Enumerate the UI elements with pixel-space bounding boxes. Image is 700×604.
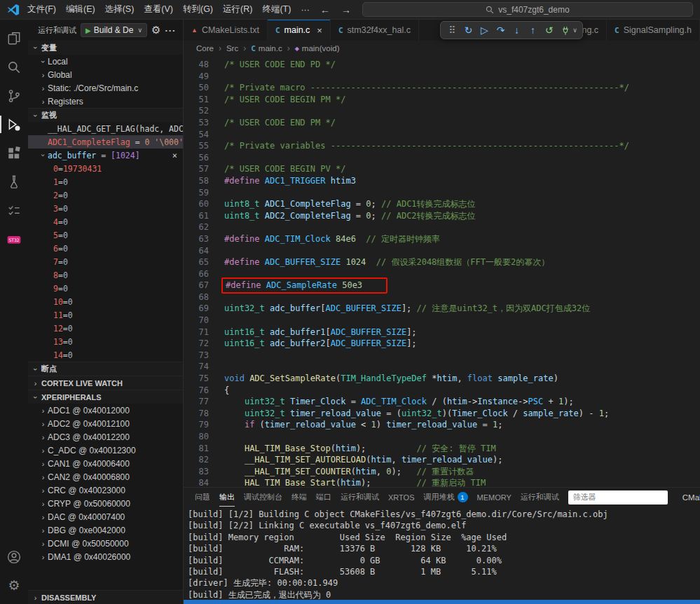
- watch-array-item-11[interactable]: 11 = 0: [28, 308, 183, 322]
- run-debug-icon[interactable]: [0, 110, 28, 139]
- peripheral-DCMI[interactable]: ›DCMI @ 0x50050000: [28, 537, 183, 550]
- variable-scope-Registers[interactable]: ›Registers: [28, 95, 183, 108]
- restart-icon[interactable]: ↺: [541, 22, 557, 39]
- more-actions-icon[interactable]: ···: [165, 25, 176, 36]
- close-tab-icon[interactable]: ×: [317, 25, 322, 36]
- watch-array-item-7[interactable]: 7 = 0: [28, 255, 183, 268]
- menu-item-0[interactable]: 文件(F): [22, 4, 61, 15]
- watch-array-item-12[interactable]: 12 = 0: [28, 322, 183, 335]
- watch-array-item-13[interactable]: 13 = 0: [28, 335, 183, 348]
- search-icon[interactable]: [0, 53, 28, 81]
- peripheral-C_ADC[interactable]: ›C_ADC @ 0x40012300: [28, 444, 183, 457]
- watch-item-2[interactable]: ›adc_buffer = [1024]×: [28, 149, 183, 162]
- panel-tab-输出-1[interactable]: 输出: [219, 488, 235, 507]
- panel-tab-调试控制台-2[interactable]: 调试控制台: [244, 488, 282, 507]
- step-over-icon[interactable]: ↷: [493, 22, 509, 39]
- menu-item-1[interactable]: 编辑(E): [61, 4, 100, 15]
- breadcrumb-item-Core[interactable]: Core: [196, 44, 214, 53]
- peripheral-DAC[interactable]: ›DAC @ 0x40007400: [28, 510, 183, 523]
- breadcrumb-item-main.c[interactable]: Cmain.c: [251, 44, 282, 53]
- peripheral-CRYP[interactable]: ›CRYP @ 0x50060000: [28, 497, 183, 510]
- disassembly-section-header[interactable]: › DISASSEMBLY: [28, 590, 183, 604]
- menu-item-6[interactable]: 终端(T): [257, 4, 296, 15]
- variable-scope-Local[interactable]: ›Local: [28, 55, 183, 68]
- stm32-icon[interactable]: ST32: [0, 225, 28, 254]
- tab-SignalSampling.h[interactable]: CSignalSampling.h: [607, 20, 700, 41]
- extensions-icon[interactable]: [0, 139, 28, 167]
- menu-item-2[interactable]: 选择(S): [100, 4, 139, 15]
- watch-section-header[interactable]: › 监视: [28, 108, 183, 122]
- menu-item-5[interactable]: 运行(R): [218, 4, 257, 15]
- peripheral-DBG[interactable]: ›DBG @ 0xe0042000: [28, 523, 183, 537]
- panel-tab-运行和调试-5[interactable]: 运行和调试: [341, 488, 379, 507]
- watch-array-item-10[interactable]: 10 = 0: [28, 295, 183, 308]
- menu-item-4[interactable]: 转到(G): [178, 4, 218, 15]
- peripheral-ADC2[interactable]: ›ADC2 @ 0x40012100: [28, 417, 183, 430]
- variable-scope-Global[interactable]: ›Global: [28, 68, 183, 81]
- tasks-icon[interactable]: [0, 196, 28, 225]
- peripheral-ADC3[interactable]: ›ADC3 @ 0x40012200: [28, 430, 183, 444]
- testing-icon[interactable]: [0, 167, 28, 196]
- panel-tab-运行和调试-9[interactable]: 运行和调试: [521, 488, 559, 507]
- watch-array-item-6[interactable]: 6 = 0: [28, 242, 183, 255]
- watch-array-item-2[interactable]: 2 = 0: [28, 188, 183, 202]
- output-channel-select[interactable]: CMake∨: [677, 493, 700, 502]
- menu-item-7[interactable]: ···: [296, 5, 315, 15]
- breadcrumb-item-Src[interactable]: Src: [226, 44, 238, 53]
- variable-scope-Static: ./Core/Src/main.c[interactable]: ›Static: ./Core/Src/main.c: [28, 81, 183, 95]
- vscode-window: 文件(F)编辑(E)选择(S)查看(V)转到(G)运行(R)终端(T)··· ←…: [0, 0, 700, 604]
- line-number: 48: [184, 59, 209, 71]
- step-out-icon[interactable]: ↑: [525, 22, 541, 39]
- panel-tab-端口-4[interactable]: 端口: [316, 488, 331, 507]
- peripheral-CAN2[interactable]: ›CAN2 @ 0x40006800: [28, 470, 183, 483]
- variables-section-header[interactable]: › 变量: [28, 41, 183, 55]
- panel-tab-XRTOS-6[interactable]: XRTOS: [388, 488, 415, 507]
- watch-array-item-5[interactable]: 5 = 0: [28, 228, 183, 242]
- xperipherals-section-header[interactable]: › XPERIPHERALS: [28, 390, 183, 404]
- watch-array-item-3[interactable]: 3 = 0: [28, 202, 183, 215]
- breadcrumb-item-main(void)[interactable]: ◆main(void): [295, 44, 340, 53]
- breakpoints-section-header[interactable]: › 断点: [28, 362, 183, 376]
- watch-array-item-14[interactable]: 14 = 0: [28, 348, 183, 362]
- panel-tab-调用堆栈-7[interactable]: 调用堆栈1: [424, 488, 468, 507]
- nav-back-icon[interactable]: ←: [315, 4, 336, 15]
- watch-item-1[interactable]: ADC1_CompleteFlag = 0 '\000': [28, 135, 183, 149]
- watch-array-item-0[interactable]: 0 = 19730431: [28, 162, 183, 175]
- command-center-search[interactable]: vs_f407zgt6_demo: [362, 2, 693, 17]
- watch-array-item-8[interactable]: 8 = 0: [28, 268, 183, 282]
- chevron-down-icon[interactable]: ∨: [571, 22, 579, 39]
- source-control-icon[interactable]: [0, 81, 28, 110]
- watch-array-item-4[interactable]: 4 = 0: [28, 215, 183, 228]
- output-filter-input[interactable]: 筛选器: [568, 490, 668, 505]
- nav-forward-icon[interactable]: →: [336, 4, 357, 15]
- settings-gear-icon[interactable]: ⚙: [0, 571, 28, 600]
- element: *: [427, 373, 437, 383]
- tab-stm32f4xx_hal.c[interactable]: Cstm32f4xx_hal.c: [331, 20, 419, 41]
- gear-icon[interactable]: ⚙: [151, 24, 160, 36]
- peripheral-CAN1[interactable]: ›CAN1 @ 0x40006400: [28, 457, 183, 470]
- code-editor[interactable]: 48/* USER CODE END PD */4950/* Private m…: [184, 56, 700, 487]
- breadcrumb-label: main(void): [302, 44, 340, 53]
- peripheral-DMA1[interactable]: ›DMA1 @ 0x40026000: [28, 550, 183, 563]
- restart-device-icon[interactable]: ↻: [460, 22, 476, 39]
- panel-tab-MEMORY-8[interactable]: MEMORY: [477, 488, 512, 507]
- continue-icon[interactable]: ▷: [476, 22, 493, 39]
- debug-launch-button[interactable]: ▶ Build & De ∨: [81, 23, 147, 37]
- peripheral-ADC1[interactable]: ›ADC1 @ 0x40012000: [28, 404, 183, 417]
- element: #define: [224, 234, 265, 244]
- panel-tab-终端-3[interactable]: 终端: [291, 488, 307, 507]
- account-icon[interactable]: [0, 542, 28, 571]
- tab-CMakeLists.txt[interactable]: ▲CMakeLists.txt: [184, 20, 268, 41]
- remove-watch-icon[interactable]: ×: [172, 151, 177, 160]
- menu-item-3[interactable]: 查看(V): [139, 4, 178, 15]
- watch-array-item-1[interactable]: 1 = 0: [28, 175, 183, 188]
- explorer-icon[interactable]: [0, 24, 28, 53]
- tab-main.c[interactable]: Cmain.c×: [268, 20, 331, 41]
- step-into-icon[interactable]: ↓: [509, 22, 525, 39]
- watch-item-0[interactable]: __HAL_ADC_GET_FLAG(hadc, ADC_FL: [28, 122, 183, 135]
- output-console[interactable]: [build] [1/2] Building C object CMakeFil…: [184, 507, 700, 600]
- panel-tab-问题-0[interactable]: 问题: [195, 488, 210, 507]
- cortex-live-watch-section-header[interactable]: › CORTEX LIVE WATCH: [28, 376, 183, 390]
- peripheral-CRC[interactable]: ›CRC @ 0x40023000: [28, 483, 183, 497]
- watch-array-item-9[interactable]: 9 = 0: [28, 282, 183, 295]
